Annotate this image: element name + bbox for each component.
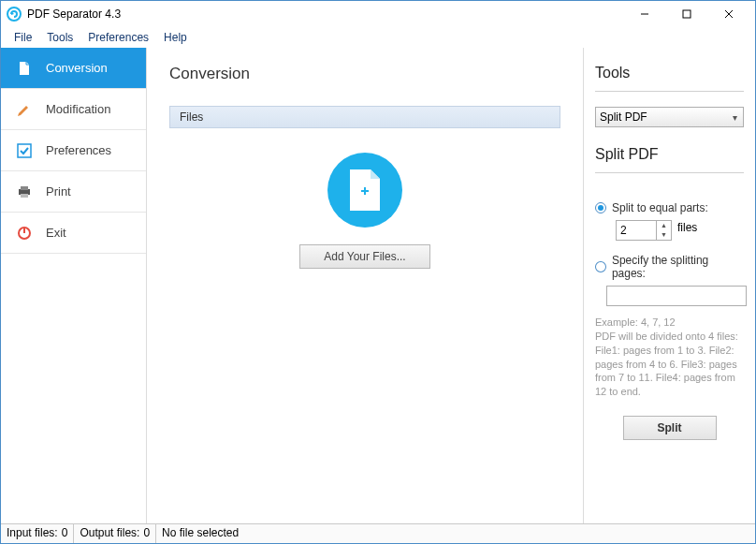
radio-equal-parts[interactable]: Split to equal parts: — [595, 201, 744, 214]
sidebar-item-modification[interactable]: Modification — [1, 89, 146, 130]
tools-panel: Tools Split PDF ▾ Split PDF Split to equ… — [583, 48, 755, 523]
menu-tools[interactable]: Tools — [39, 31, 80, 44]
sidebar-item-label: Print — [46, 184, 71, 198]
split-button[interactable]: Split — [623, 416, 717, 440]
svg-rect-12 — [364, 187, 366, 195]
page-title: Conversion — [169, 65, 560, 83]
printer-icon — [16, 184, 33, 200]
add-files-button[interactable]: Add Your Files... — [299, 244, 430, 269]
checkbox-icon — [16, 142, 33, 159]
radio-specify-pages[interactable]: Specify the splitting pages: — [595, 254, 744, 280]
example-label: Example: 4, 7, 12 — [595, 316, 744, 330]
sidebar-item-print[interactable]: Print — [1, 171, 146, 213]
chevron-down-icon: ▾ — [733, 112, 737, 123]
equal-parts-spinner[interactable]: 2 ▲▼ — [616, 220, 672, 241]
app-icon — [7, 7, 22, 22]
menu-preferences[interactable]: Preferences — [80, 31, 156, 44]
divider — [595, 91, 744, 92]
status-selection: No file selected — [156, 524, 755, 544]
tool-subheading: Split PDF — [595, 146, 744, 163]
sidebar-item-label: Modification — [46, 102, 110, 116]
titlebar: PDF Separator 4.3 — [1, 1, 755, 27]
radio-label: Split to equal parts: — [612, 201, 708, 214]
files-header: Files — [169, 106, 560, 128]
window-buttons — [623, 3, 749, 25]
tool-select[interactable]: Split PDF ▾ — [595, 107, 744, 127]
spinner-unit: files — [677, 221, 697, 234]
svg-rect-7 — [21, 186, 28, 190]
radio-label: Specify the splitting pages: — [612, 254, 744, 280]
minimize-button[interactable] — [623, 3, 665, 25]
spinner-value: 2 — [617, 224, 656, 237]
menu-file[interactable]: File — [7, 31, 39, 44]
example-text: Example: 4, 7, 12 PDF will be divided on… — [595, 316, 744, 399]
window-title: PDF Separator 4.3 — [27, 7, 623, 21]
sidebar-item-preferences[interactable]: Preferences — [1, 130, 146, 171]
status-input-files: Input files: 0 — [1, 524, 74, 544]
main-panel: Conversion Files Add Your Files... — [147, 48, 583, 523]
svg-rect-5 — [18, 144, 31, 157]
example-body: PDF will be divided onto 4 files: File1:… — [595, 330, 744, 399]
sidebar-item-label: Exit — [46, 226, 66, 240]
maximize-button[interactable] — [665, 3, 707, 25]
pages-input[interactable] — [606, 286, 747, 306]
sidebar: Conversion Modification Preferences Prin… — [1, 48, 147, 523]
drop-area[interactable]: Add Your Files... — [169, 153, 560, 269]
tool-select-value: Split PDF — [600, 110, 647, 124]
status-output-files: Output files: 0 — [74, 524, 156, 544]
add-file-icon — [327, 153, 402, 228]
sidebar-item-conversion[interactable]: Conversion — [1, 48, 146, 89]
svg-rect-8 — [21, 194, 28, 198]
sidebar-item-label: Preferences — [46, 143, 111, 157]
sidebar-item-exit[interactable]: Exit — [1, 213, 146, 254]
power-icon — [16, 225, 33, 242]
document-icon — [16, 60, 33, 77]
close-button[interactable] — [707, 3, 749, 25]
spinner-arrows[interactable]: ▲▼ — [656, 221, 671, 240]
divider — [595, 172, 744, 173]
radio-icon — [595, 202, 606, 213]
radio-icon — [595, 261, 606, 272]
menubar: File Tools Preferences Help — [1, 27, 755, 48]
sidebar-item-label: Conversion — [46, 61, 108, 75]
menu-help[interactable]: Help — [156, 31, 195, 44]
pencil-icon — [16, 101, 33, 118]
svg-rect-2 — [683, 10, 691, 18]
statusbar: Input files: 0 Output files: 0 No file s… — [1, 523, 755, 544]
tools-heading: Tools — [595, 65, 744, 81]
